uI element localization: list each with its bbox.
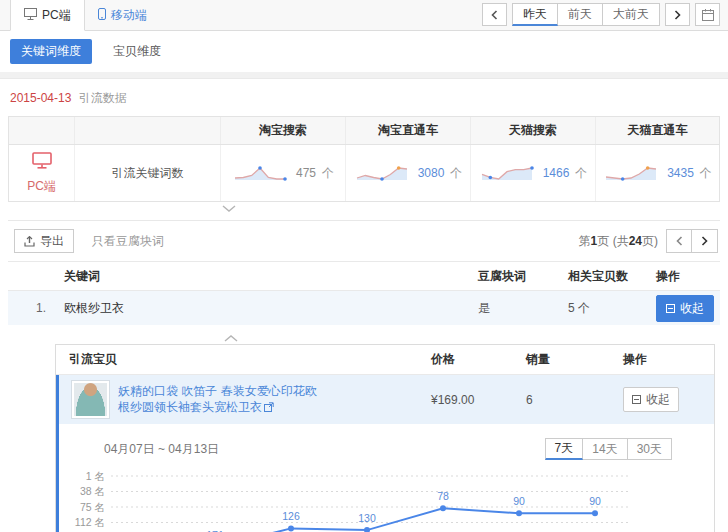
metric-value: 3080 [418, 166, 445, 180]
total-pages: 24 [629, 234, 642, 248]
date-next-button[interactable] [665, 3, 690, 26]
collapse-item-button[interactable]: 收起 [623, 387, 679, 412]
metric-cell-tmall-ztc: 3435 个 [596, 145, 719, 201]
related-count-cell: 5 个 [560, 300, 648, 317]
tab-mobile[interactable]: 移动端 [85, 0, 160, 30]
tab-pc-label: PC端 [42, 7, 71, 24]
chevron-right-icon [674, 10, 681, 20]
summary-table: 淘宝搜索 淘宝直通车 天猫搜索 天猫直通车 PC端 引流关键词数 475 个 3… [8, 116, 720, 202]
export-label: 导出 [40, 233, 64, 250]
chart-controls: 04月07日 ~ 04月13日 7天 14天 30天 [104, 438, 672, 460]
item-detail-panel: 引流宝贝 价格 销量 操作 妖精的口袋 吹笛子 春装女爱心印花欧根纱圆领长袖套头… [55, 344, 715, 532]
chevron-left-icon [676, 236, 683, 246]
keyword-table: 关键词 豆腐块词 相关宝贝数 操作 1. 欧根纱卫衣 是 5 个 收起 [8, 261, 720, 325]
sales-cell: 6 [526, 393, 623, 407]
item-table-header: 引流宝贝 价格 销量 操作 [56, 345, 714, 375]
keyword-row: 1. 欧根纱卫衣 是 5 个 收起 [8, 291, 720, 325]
chevron-left-icon [491, 10, 498, 20]
svg-text:1 名: 1 名 [86, 470, 105, 482]
range-30d-button[interactable]: 30天 [628, 438, 672, 460]
col-price: 价格 [431, 351, 526, 368]
report-title: 2015-04-13 引流数据 [0, 79, 728, 114]
product-title-link[interactable]: 妖精的口袋 吹笛子 春装女爱心印花欧根纱圆领长袖套头宽松卫衣 [118, 383, 326, 416]
svg-text:38 名: 38 名 [80, 485, 105, 497]
metric-cell-tmall-search: 1466 个 [471, 145, 596, 201]
export-icon [24, 236, 35, 247]
tofu-filter-toggle[interactable]: 只看豆腐块词 [92, 233, 164, 250]
report-title-suffix: 引流数据 [79, 91, 127, 105]
tab-keyword-dimension[interactable]: 关键词维度 [10, 39, 92, 64]
metric-value: 3435 [667, 166, 694, 180]
metric-label: 引流关键词数 [75, 145, 221, 201]
summary-col-tmall-search: 天猫搜索 [471, 117, 596, 144]
col-traffic-item: 引流宝贝 [69, 351, 431, 368]
col-related-items: 相关宝贝数 [560, 268, 648, 285]
calendar-button[interactable] [695, 3, 720, 26]
range-buttons: 7天 14天 30天 [545, 438, 672, 460]
dimension-tab-bar: 关键词维度 宝贝维度 [0, 31, 728, 72]
section-divider [0, 72, 728, 79]
collapse-icon [666, 304, 675, 313]
row-index: 1. [8, 301, 56, 315]
item-detail-body: 妖精的口袋 吹笛子 春装女爱心印花欧根纱圆领长袖套头宽松卫衣 ¥169.00 6… [56, 375, 714, 532]
summary-data-row: PC端 引流关键词数 475 个 3080 个 1466 个 3435 个 [9, 145, 719, 201]
col-tofu-block: 豆腐块词 [470, 268, 560, 285]
svg-text:75 名: 75 名 [80, 501, 105, 513]
metric-cell-taobao-search: 475 个 [221, 145, 346, 201]
external-link-icon [264, 400, 274, 416]
col-keyword: 关键词 [56, 268, 470, 285]
collapse-icon [632, 395, 641, 404]
sparkline-tmall-ztc [603, 163, 661, 183]
svg-text:130: 130 [358, 512, 376, 524]
sparkline-taobao-search [232, 163, 290, 183]
collapse-keyword-button[interactable]: 收起 [656, 295, 714, 322]
device-tab-bar: PC端 移动端 昨天 前天 大前天 [0, 0, 728, 31]
calendar-icon [702, 9, 714, 21]
col-item-actions: 操作 [623, 351, 714, 368]
svg-text:90: 90 [513, 495, 525, 507]
item-cell: 妖精的口袋 吹笛子 春装女爱心印花欧根纱圆领长袖套头宽松卫衣 [72, 381, 431, 418]
next-page-button[interactable] [692, 229, 718, 253]
sparkline-taobao-ztc [354, 163, 412, 183]
range-7d-button[interactable]: 7天 [545, 438, 584, 460]
keyword-table-header: 关键词 豆腐块词 相关宝贝数 操作 [8, 261, 720, 291]
export-button[interactable]: 导出 [14, 229, 74, 253]
tab-pc[interactable]: PC端 [10, 0, 85, 31]
keyword-toolbar: 导出 只看豆腐块词 第1页 (共24页) [8, 220, 720, 261]
range-14d-button[interactable]: 14天 [583, 438, 627, 460]
collapse-detail-expander[interactable] [224, 335, 728, 342]
date-nav: 昨天 前天 大前天 [482, 3, 720, 26]
summary-header-row: 淘宝搜索 淘宝直通车 天猫搜索 天猫直通车 [9, 117, 719, 145]
tab-item-dimension[interactable]: 宝贝维度 [102, 39, 172, 64]
summary-col-taobao-search: 淘宝搜索 [221, 117, 346, 144]
item-row: 妖精的口袋 吹笛子 春装女爱心印花欧根纱圆领长袖套头宽松卫衣 ¥169.00 6… [59, 375, 714, 424]
price-cell: ¥169.00 [431, 393, 526, 407]
svg-text:90: 90 [589, 495, 601, 507]
prev-page-button[interactable] [666, 229, 692, 253]
pagination-buttons [666, 229, 718, 253]
chevron-right-icon [701, 236, 708, 246]
pagination-text: 第1页 (共24页) [579, 233, 658, 250]
col-sales: 销量 [526, 351, 623, 368]
pagination: 第1页 (共24页) [579, 229, 718, 253]
device-label: PC端 [27, 178, 56, 195]
day-button-group: 昨天 前天 大前天 [512, 3, 660, 26]
product-thumbnail [72, 381, 109, 418]
svg-text:112 名: 112 名 [75, 516, 105, 528]
metric-value: 1466 [543, 166, 570, 180]
chart-date-range: 04月07日 ~ 04月13日 [104, 441, 219, 458]
metric-value: 475 [296, 166, 316, 180]
mobile-icon [98, 8, 106, 23]
day-yesterday-button[interactable]: 昨天 [512, 3, 558, 26]
rank-trend-section: 04月07日 ~ 04月13日 7天 14天 30天 1 名38 名75 名11… [59, 424, 714, 532]
traffic-analytics-page: PC端 移动端 昨天 前天 大前天 关键词维度 [0, 0, 728, 532]
summary-col-taobao-ztc: 淘宝直通车 [346, 117, 471, 144]
day-before-button[interactable]: 前天 [558, 3, 603, 26]
day-two-before-button[interactable]: 大前天 [603, 3, 660, 26]
sparkline-tmall-search [479, 163, 537, 183]
report-date: 2015-04-13 [10, 91, 71, 105]
date-prev-button[interactable] [482, 3, 507, 26]
collapse-summary-expander[interactable] [222, 205, 728, 212]
chevron-down-icon [222, 205, 236, 212]
rank-trend-chart: 1 名38 名75 名112 名149 名187 名17704-0717104-… [59, 468, 704, 532]
